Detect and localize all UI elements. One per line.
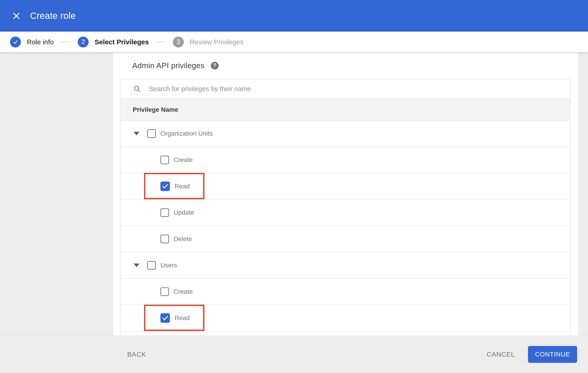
privilege-row: Read: [121, 305, 570, 332]
checkbox-unchecked[interactable]: [160, 208, 169, 217]
privilege-label: Read: [175, 314, 190, 322]
step-number-badge: 3: [173, 37, 184, 47]
footer-bar: BACK CANCEL CONTINUE: [0, 335, 588, 373]
step-role-info[interactable]: Role info: [10, 37, 54, 47]
table-header: Privilege Name: [121, 99, 570, 121]
privilege-label: Create: [174, 288, 193, 295]
clipped-row: [121, 332, 570, 335]
privilege-row: Delete: [121, 226, 570, 252]
dialog-title: Create role: [30, 11, 76, 21]
privilege-label: Update: [174, 209, 194, 216]
back-button[interactable]: BACK: [127, 351, 146, 358]
section-title: Admin API privileges: [132, 61, 204, 70]
privileges-table: Privilege Name Organization UnitsCreateR…: [120, 79, 570, 335]
collapse-arrow-icon[interactable]: [134, 263, 139, 267]
checkbox-checked[interactable]: [160, 182, 170, 191]
close-icon[interactable]: [11, 11, 21, 21]
checkbox-unchecked[interactable]: [147, 129, 156, 138]
privilege-row: Users: [121, 252, 570, 279]
step-label: Review Privileges: [190, 38, 243, 46]
search-input[interactable]: [149, 85, 421, 93]
privilege-label: Delete: [174, 235, 192, 243]
privilege-row: Create: [121, 279, 570, 305]
highlight-annotation-box: [144, 173, 204, 199]
page-background: Admin API privileges ? Privilege Name Or…: [0, 52, 588, 335]
stepper: Role info 2 Select Privileges 3 Review P…: [0, 31, 588, 52]
checkbox-unchecked[interactable]: [160, 155, 169, 164]
search-row: [121, 79, 570, 99]
step-label: Select Privileges: [94, 38, 149, 46]
privilege-label: Organization Units: [160, 130, 213, 137]
step-completed-check-icon: [10, 37, 21, 47]
app-bar: Create role: [0, 0, 588, 31]
checkbox-checked[interactable]: [160, 313, 170, 323]
step-label: Role info: [27, 38, 54, 46]
privilege-label: Create: [174, 156, 193, 164]
privilege-label: Users: [160, 262, 177, 269]
table-header-label: Privilege Name: [133, 106, 178, 113]
privileges-panel: Admin API privileges ? Privilege Name Or…: [113, 52, 578, 335]
step-review-privileges[interactable]: 3 Review Privileges: [173, 37, 243, 47]
checkbox-unchecked[interactable]: [160, 287, 169, 296]
step-select-privileges[interactable]: 2 Select Privileges: [78, 37, 149, 47]
privilege-row: Organization Units: [121, 121, 570, 147]
footer-actions: CANCEL CONTINUE: [487, 346, 577, 363]
checkbox-unchecked[interactable]: [147, 261, 156, 270]
highlight-annotation-box: [144, 305, 204, 331]
privilege-row: Read: [121, 173, 570, 200]
checkbox-unchecked[interactable]: [160, 235, 169, 243]
privilege-label: Read: [175, 183, 190, 190]
privilege-rows: Organization UnitsCreateReadUpdateDelete…: [121, 121, 570, 332]
continue-button[interactable]: CONTINUE: [528, 346, 577, 363]
help-icon[interactable]: ?: [211, 62, 219, 70]
search-icon: [133, 85, 141, 93]
step-connector: [60, 41, 71, 42]
cancel-button[interactable]: CANCEL: [487, 351, 515, 358]
collapse-arrow-icon[interactable]: [134, 132, 139, 135]
step-connector: [156, 41, 166, 42]
privilege-row: Create: [121, 147, 570, 173]
step-number-badge: 2: [78, 37, 89, 47]
section-heading-row: Admin API privileges ?: [113, 52, 578, 79]
privilege-row: Update: [121, 200, 570, 226]
